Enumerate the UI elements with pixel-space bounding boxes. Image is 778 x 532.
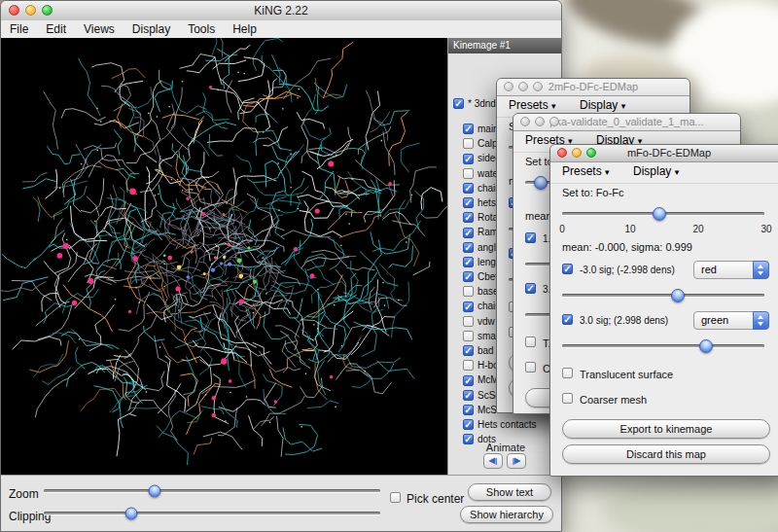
tree-item-checkbox[interactable] <box>463 138 474 149</box>
neg-slider-thumb[interactable] <box>671 289 685 302</box>
tree-item-checkbox[interactable] <box>463 434 474 444</box>
close-button[interactable] <box>557 148 567 158</box>
titlebar[interactable]: 2mFo-DFc-EDMap <box>497 79 690 96</box>
pos-color-popup[interactable]: green <box>693 311 769 330</box>
tree-item-checkbox[interactable] <box>463 286 474 297</box>
chevron-down-icon: ▾ <box>551 101 556 111</box>
tree-item-checkbox[interactable] <box>463 257 474 267</box>
minimize-button[interactable] <box>535 117 545 126</box>
screen: KiNG 2.22 FileEditViewsDisplayToolsHelp … <box>0 0 778 532</box>
slider-groove <box>562 294 764 297</box>
tree-item-checkbox[interactable] <box>463 419 474 430</box>
neg-contour-slider[interactable] <box>550 286 778 305</box>
titlebar[interactable]: pka-validate_0_validate_1_ma... <box>513 114 740 131</box>
window-controls <box>520 117 559 126</box>
level-slider[interactable] <box>550 204 778 224</box>
minimize-button[interactable] <box>25 5 36 16</box>
translucent-checkbox[interactable] <box>525 337 536 347</box>
discard-this-map-button[interactable]: Discard this map <box>562 444 770 464</box>
tree-item-checkbox[interactable] <box>463 375 474 386</box>
neg-color-popup[interactable]: red <box>693 261 769 279</box>
minimize-button[interactable] <box>572 148 582 158</box>
close-button[interactable] <box>520 117 530 126</box>
zoom-window-button[interactable] <box>42 5 53 16</box>
menu-edit[interactable]: Edit <box>37 20 75 38</box>
translucent-checkbox[interactable] <box>562 368 573 378</box>
neg-contour-label: -3.0 sig; (-2.998 dens) <box>580 265 675 275</box>
kinemage-tree-item[interactable]: dots <box>463 430 496 443</box>
popup-arrows-icon <box>753 311 769 330</box>
window-title: 2mFo-DFc-EDMap <box>548 81 638 92</box>
titlebar[interactable]: mFo-DFc-EDMap <box>550 145 778 162</box>
kinemage-panel-titlebar[interactable]: Kinemage #1 <box>448 38 562 53</box>
contour-checkbox[interactable] <box>525 283 536 294</box>
tree-item-checkbox[interactable] <box>463 228 474 238</box>
tree-item-checkbox[interactable] <box>463 390 474 401</box>
pos-slider-thumb[interactable] <box>699 339 713 353</box>
tree-item-checkbox[interactable] <box>463 301 474 312</box>
coarser-checkbox[interactable] <box>525 362 536 372</box>
animate-prev-button[interactable]: ◀| <box>483 453 503 469</box>
tree-item-checkbox[interactable] <box>463 345 474 356</box>
presets-menu[interactable]: Presets ▾ <box>562 164 610 178</box>
tree-item-checkbox[interactable] <box>463 316 474 327</box>
neg-contour-checkbox[interactable] <box>562 264 573 274</box>
close-button[interactable] <box>504 82 513 91</box>
show-text-button[interactable]: Show text <box>468 483 551 501</box>
animate-next-button[interactable]: |▶ <box>507 453 526 469</box>
slider-thumb[interactable] <box>534 176 548 190</box>
slider-groove <box>44 489 380 492</box>
clipping-slider[interactable] <box>44 506 380 521</box>
tree-item-checkbox[interactable] <box>463 331 474 341</box>
pos-contour-checkbox[interactable] <box>562 314 573 325</box>
zoom-window-button[interactable] <box>549 117 559 126</box>
pick-center-label: Pick center <box>407 492 464 506</box>
level-slider-thumb[interactable] <box>653 207 666 221</box>
tree-item-checkbox[interactable] <box>463 197 474 208</box>
molecule-rendering <box>1 38 447 475</box>
tree-item-checkbox[interactable] <box>463 154 474 164</box>
menu-display[interactable]: Display <box>124 20 179 38</box>
zoom-slider[interactable] <box>44 483 380 499</box>
close-button[interactable] <box>9 5 19 16</box>
menu-help[interactable]: Help <box>224 20 265 38</box>
kinemage-tree-item[interactable]: hets <box>463 194 496 206</box>
tree-item-checkbox[interactable] <box>453 98 464 109</box>
tree-item-checkbox[interactable] <box>463 168 474 179</box>
kinemage-tree-item[interactable]: Hets contacts <box>463 415 537 428</box>
tree-item-label: Hets contacts <box>477 419 537 430</box>
tree-item-checkbox[interactable] <box>463 271 474 282</box>
pos-contour-row: 3.0 sig; (2.998 dens) green <box>550 311 778 331</box>
tree-item-checkbox[interactable] <box>463 124 474 134</box>
menu-file[interactable]: File <box>1 20 37 38</box>
show-hierarchy-button[interactable]: Show hierarchy <box>460 506 553 523</box>
tree-item-checkbox[interactable] <box>463 405 474 415</box>
display-menu[interactable]: Display ▾ <box>633 164 679 178</box>
zoom-slider-thumb[interactable] <box>149 484 161 497</box>
pick-center-checkbox[interactable] <box>390 492 401 503</box>
king-titlebar[interactable]: KiNG 2.22 <box>1 1 561 21</box>
clipping-slider-thumb[interactable] <box>124 507 137 519</box>
minimize-button[interactable] <box>518 82 528 91</box>
slider-tick-labels: 0102030 <box>550 224 778 235</box>
slider-tick-label: 20 <box>692 224 703 234</box>
zoom-window-button[interactable] <box>586 148 596 158</box>
menu-views[interactable]: Views <box>75 20 124 38</box>
presets-menu[interactable]: Presets ▾ <box>509 98 556 112</box>
molecule-canvas[interactable] <box>1 38 447 475</box>
menu-bar: FileEditViewsDisplayToolsHelp <box>1 20 561 39</box>
chevron-down-icon: ▾ <box>621 101 626 111</box>
tree-item-checkbox[interactable] <box>463 183 474 194</box>
tree-item-checkbox[interactable] <box>463 212 474 223</box>
tree-item-checkbox[interactable] <box>463 242 474 253</box>
display-menu[interactable]: Display ▾ <box>580 98 625 112</box>
coarser-checkbox[interactable] <box>562 393 573 404</box>
contour-checkbox[interactable] <box>525 232 536 243</box>
menu-tools[interactable]: Tools <box>179 20 224 38</box>
zoom-window-button[interactable] <box>533 82 543 91</box>
translucent-row: Translucent surface <box>550 367 778 382</box>
export-to-kinemage-button[interactable]: Export to kinemage <box>562 419 770 439</box>
pos-contour-slider[interactable] <box>550 337 778 356</box>
slider-groove <box>562 344 764 347</box>
tree-item-checkbox[interactable] <box>463 360 474 371</box>
